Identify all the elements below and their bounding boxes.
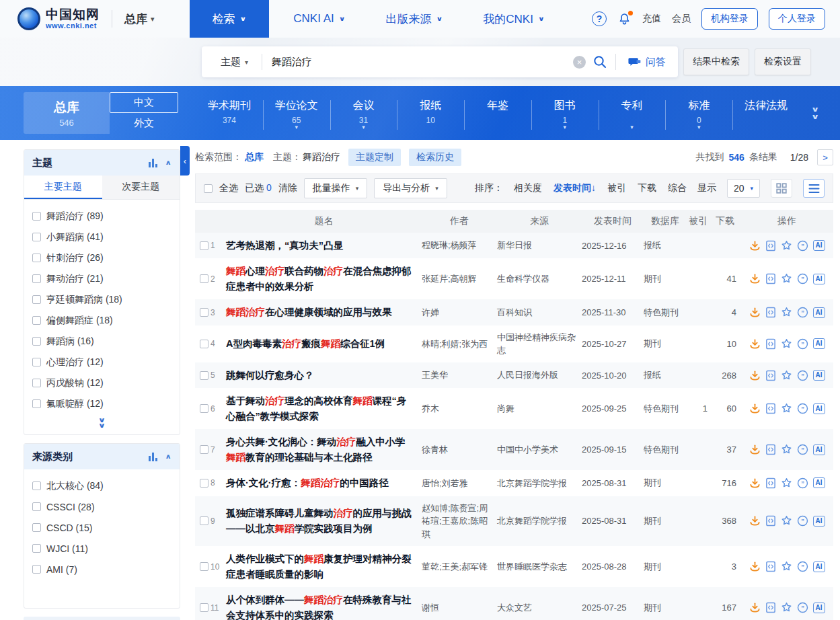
result-download-count[interactable]: 268 <box>710 371 740 381</box>
cite-quote-icon[interactable]: ” <box>797 477 808 489</box>
html-read-icon[interactable] <box>765 477 776 489</box>
result-title-link[interactable]: 基于舞动治疗理念的高校体育舞蹈课程“身心融合”教学模式探索 <box>226 395 406 421</box>
source-filter-item[interactable]: WJCI (11) <box>32 538 171 559</box>
column-source[interactable]: 来源 <box>497 215 582 227</box>
ai-assistant-button[interactable]: AI <box>813 274 825 284</box>
search-history-button[interactable]: 检索历史 <box>409 149 461 166</box>
collapse-panel-icon[interactable]: ∧ <box>165 159 171 166</box>
tab-publication-sources[interactable]: 出版来源 ∨ <box>366 0 463 38</box>
result-source[interactable]: 百科知识 <box>497 306 582 319</box>
qa-button[interactable]: 问答 <box>616 46 678 77</box>
column-downloads[interactable]: 下载 <box>710 215 740 227</box>
result-authors[interactable]: 王美华 <box>422 369 497 382</box>
row-checkbox[interactable] <box>200 445 208 454</box>
clear-search-icon[interactable]: × <box>573 56 586 69</box>
result-download-count[interactable]: 167 <box>710 603 740 613</box>
org-login-button[interactable]: 机构登录 <box>701 8 758 30</box>
download-icon[interactable] <box>749 403 761 414</box>
help-icon[interactable]: ? <box>592 11 607 26</box>
cite-quote-icon[interactable]: ” <box>797 273 808 284</box>
favorite-star-icon[interactable] <box>781 338 792 350</box>
row-checkbox[interactable] <box>200 241 208 250</box>
source-filter-item[interactable]: CSSCI (28) <box>32 496 171 517</box>
db-tab[interactable]: 学位论文 65 ▾ <box>263 98 330 129</box>
download-icon[interactable] <box>749 240 761 251</box>
filter-checkbox[interactable] <box>32 481 41 490</box>
ai-assistant-button[interactable]: AI <box>813 307 825 318</box>
filter-checkbox[interactable] <box>32 523 41 532</box>
result-title-link[interactable]: 艺考热退潮，“真功夫”凸显 <box>226 240 343 251</box>
result-download-count[interactable]: 60 <box>710 403 740 414</box>
search-settings-button[interactable]: 检索设置 <box>755 48 811 75</box>
export-analyze-dropdown[interactable]: 导出与分析 ▾ <box>374 178 447 198</box>
bar-chart-icon[interactable] <box>149 159 158 167</box>
result-source[interactable]: 世界睡眠医学杂志 <box>497 560 582 574</box>
filter-checkbox[interactable] <box>32 379 41 387</box>
show-more-topics-icon[interactable]: ∨ ∨ <box>24 417 180 434</box>
result-source[interactable]: 尚舞 <box>497 402 582 416</box>
result-download-count[interactable]: 41 <box>710 274 740 284</box>
result-download-count[interactable]: 37 <box>710 444 740 455</box>
tab-secondary-topics[interactable]: 次要主题 <box>102 176 180 199</box>
personal-login-button[interactable]: 个人登录 <box>769 8 825 30</box>
next-page-button[interactable]: > <box>817 149 833 165</box>
tab-search[interactable]: 检索 ∨ <box>190 0 270 38</box>
db-tab[interactable]: 会议 31 ▾ <box>330 98 397 129</box>
source-filter-item[interactable]: 北大核心 (84) <box>32 475 171 496</box>
cite-quote-icon[interactable]: ” <box>797 561 808 572</box>
result-authors[interactable]: 程晓琳;杨频萍 <box>422 239 497 252</box>
topic-filter-item[interactable]: 亨廷顿舞蹈病 (18) <box>32 289 171 310</box>
result-authors[interactable]: 唐怡;刘若雅 <box>422 477 497 490</box>
topic-filter-item[interactable]: 舞动治疗 (21) <box>32 268 171 289</box>
html-read-icon[interactable] <box>765 561 776 572</box>
ai-assistant-button[interactable]: AI <box>813 477 825 488</box>
result-download-count[interactable]: 368 <box>710 516 740 526</box>
download-icon[interactable] <box>749 444 761 455</box>
search-input[interactable] <box>262 56 573 68</box>
download-icon[interactable] <box>749 602 761 613</box>
ai-assistant-button[interactable]: AI <box>813 370 825 381</box>
row-checkbox[interactable] <box>200 371 208 380</box>
sort-option[interactable]: 综合 <box>668 182 687 194</box>
sidebar-collapse-icon[interactable]: ‹ <box>180 146 190 176</box>
cite-quote-icon[interactable]: ” <box>797 338 808 350</box>
result-source[interactable]: 人民日报海外版 <box>497 369 582 382</box>
topic-filter-item[interactable]: 针刺治疗 (26) <box>32 247 171 268</box>
ai-assistant-button[interactable]: AI <box>813 603 825 613</box>
collapse-panel-icon[interactable]: ∧ <box>165 453 171 460</box>
download-icon[interactable] <box>749 273 761 284</box>
result-source[interactable]: 新华日报 <box>497 239 582 252</box>
tab-my-cnki[interactable]: 我的CNKI ∨ <box>463 0 564 38</box>
result-title-link[interactable]: 从个体到群体——舞蹈治疗在特殊教育与社会支持体系中的实践探索 <box>226 594 412 620</box>
select-all-checkbox[interactable] <box>204 184 213 193</box>
column-date[interactable]: 发表时间 <box>582 215 644 227</box>
download-icon[interactable] <box>749 307 761 318</box>
topic-filter-item[interactable]: 偏侧舞蹈症 (18) <box>32 310 171 331</box>
db-tab[interactable]: 学术期刊 374 <box>196 98 263 129</box>
filter-checkbox[interactable] <box>32 295 41 304</box>
ai-assistant-button[interactable]: AI <box>813 338 825 349</box>
cite-quote-icon[interactable]: ” <box>797 307 808 318</box>
select-all-label[interactable]: 全选 <box>219 182 238 194</box>
row-checkbox[interactable] <box>200 404 208 413</box>
bar-chart-icon[interactable] <box>149 453 158 461</box>
grid-view-button[interactable] <box>771 179 792 198</box>
result-title-link[interactable]: 舞蹈心理治疗联合药物治疗在混合焦虑抑郁症患者中的效果分析 <box>226 266 412 291</box>
result-authors[interactable]: 徐青林 <box>422 443 497 457</box>
row-checkbox[interactable] <box>200 340 208 348</box>
cite-quote-icon[interactable]: ” <box>797 240 808 251</box>
tab-main-topics[interactable]: 主要主题 <box>24 176 102 199</box>
result-authors[interactable]: 谢恒 <box>422 601 497 615</box>
result-download-count[interactable]: 4 <box>710 307 740 317</box>
favorite-star-icon[interactable] <box>781 403 792 414</box>
row-checkbox[interactable] <box>200 479 208 488</box>
column-database[interactable]: 数据库 <box>644 215 687 227</box>
filter-checkbox[interactable] <box>32 544 41 553</box>
notification-bell-icon[interactable] <box>617 12 632 26</box>
topic-filter-item[interactable]: 舞蹈治疗 (89) <box>32 206 171 227</box>
lang-tab-foreign[interactable]: 外文 <box>110 113 178 134</box>
column-author[interactable]: 作者 <box>422 215 497 227</box>
filter-checkbox[interactable] <box>32 254 41 262</box>
topic-filter-item[interactable]: 氟哌啶醇 (12) <box>32 393 171 414</box>
db-tab-total-active[interactable]: 总库 546 <box>24 92 110 134</box>
